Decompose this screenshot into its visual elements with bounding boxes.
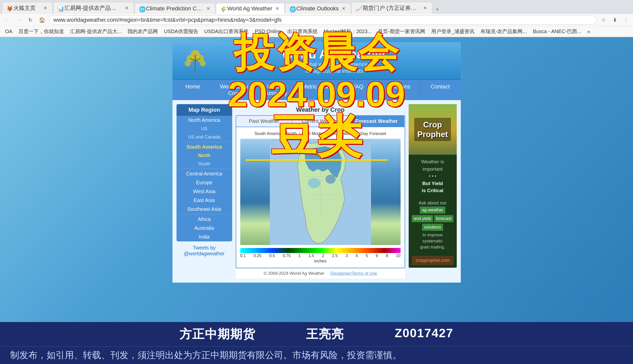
browser-chrome: 🦊 火狐主页 ✕ 📊 汇易网-提供农产品大宗同料科... ✕ 🌐 Climate… bbox=[0, 0, 633, 37]
legend-val-14: 10 bbox=[396, 254, 401, 258]
cp-ask-intro: Ask about our bbox=[412, 200, 454, 206]
nav-metric-units[interactable]: Metric Units bbox=[296, 80, 337, 100]
tab-current-weather[interactable]: Current Weather bbox=[292, 116, 348, 127]
bookmark-usda-report[interactable]: USDA供需报告 bbox=[161, 27, 201, 36]
site-subtitle-1: Global weather intelligence bbox=[215, 61, 453, 68]
page-footer: © 2009-2024 World Ag Weather Disclaimer/… bbox=[236, 268, 405, 279]
region-australia[interactable]: Australia bbox=[177, 224, 232, 233]
crop-prophet-tagline: Weather is important • • • But Yield is … bbox=[409, 155, 457, 198]
tab-label-3: Climate Prediction Center bbox=[146, 5, 203, 12]
tab-futures[interactable]: 📈 期货门户 (方正证券股份有限公... ✕ bbox=[351, 2, 432, 14]
bookmark-baidu[interactable]: 百度一下，你就知道 bbox=[16, 27, 67, 36]
site-title-block: World Ag Weather Global weather intellig… bbox=[215, 47, 453, 74]
page-container: World Ag Weather Global weather intellig… bbox=[172, 42, 461, 283]
tab-past-weather[interactable]: Past Weather bbox=[236, 116, 292, 127]
footer-disclaimer[interactable]: Disclaimer/Terms of Use bbox=[331, 271, 377, 276]
reload-button[interactable]: ↻ bbox=[26, 15, 35, 25]
region-south-america[interactable]: South America bbox=[177, 143, 232, 151]
bookmark-more[interactable]: » bbox=[585, 28, 593, 35]
tab-close-5[interactable]: ✕ bbox=[341, 5, 346, 12]
nav-contact[interactable]: Contact bbox=[420, 80, 461, 100]
bookmark-psd[interactable]: PSD Online bbox=[252, 28, 284, 35]
nav-global-summary[interactable]: Global Summary bbox=[255, 80, 296, 100]
tab-worldag[interactable]: 🌾 World Ag Weather ✕ bbox=[216, 3, 285, 14]
legend-val-6: 1.5 bbox=[309, 254, 314, 258]
settings-button[interactable]: ⋮ bbox=[621, 15, 630, 25]
bookmark-agproduct[interactable]: 我的农产品网 bbox=[125, 27, 160, 36]
home-button[interactable]: 🏠 bbox=[37, 15, 47, 25]
bookmark-futures-home[interactable]: 首页-期货一家资讯网 bbox=[375, 27, 428, 36]
region-north-america[interactable]: North America bbox=[177, 116, 232, 125]
region-separator-2 bbox=[179, 169, 230, 169]
forward-button[interactable]: → bbox=[14, 15, 23, 25]
region-east-asia[interactable]: East Asia bbox=[177, 196, 232, 205]
download-button[interactable]: ⬇ bbox=[610, 15, 619, 25]
region-separator-3 bbox=[179, 214, 230, 214]
region-sa-north[interactable]: North bbox=[177, 151, 232, 160]
region-india[interactable]: India bbox=[177, 233, 232, 241]
bookmarks-bar: OA 百度一下，你就知道 汇易网-提供农产品大... 我的农产品网 USDA供需… bbox=[0, 26, 633, 37]
nav-home[interactable]: Home bbox=[172, 80, 214, 100]
legend-val-4: 0.75 bbox=[283, 254, 291, 258]
bottom-company: 方正中期期货 bbox=[180, 326, 255, 342]
tweets-link[interactable]: Tweets by @worldagweather bbox=[184, 245, 225, 256]
weather-tabs: Past Weather Current Weather Forecast We… bbox=[236, 116, 405, 127]
region-southeast-asia[interactable]: Southeast Asia bbox=[177, 205, 232, 214]
bookmark-mysteel[interactable]: Mysteel解析：2023... bbox=[321, 27, 374, 36]
nav-solutions[interactable]: Solutions bbox=[379, 80, 420, 100]
region-west-asia[interactable]: West Asia bbox=[177, 187, 232, 196]
legend-unit: inches bbox=[240, 259, 401, 264]
cp-highlight-1: ag weather bbox=[420, 207, 445, 214]
map-region-panel: Map Region North America US US and Canad… bbox=[177, 104, 232, 241]
bookmark-star[interactable]: ☆ bbox=[599, 15, 608, 25]
tab-outlooks[interactable]: 🌐 Climate Outlooks ✕ bbox=[285, 3, 351, 14]
legend-val-1: 0.1 bbox=[240, 254, 246, 258]
cp-logo-line2: Prophet bbox=[417, 129, 448, 139]
crop-prophet-logo: Crop Prophet bbox=[414, 118, 451, 141]
map-controls: South America - North | GFS Model | Prec… bbox=[254, 131, 386, 136]
tab-close-3[interactable]: ✕ bbox=[205, 5, 211, 12]
tab-homepage[interactable]: 🦊 火狐主页 ✕ bbox=[2, 2, 53, 14]
cp-highlight-4: solutions bbox=[422, 224, 443, 231]
tab-close-4[interactable]: ✕ bbox=[274, 5, 280, 12]
legend-val-12: 6 bbox=[376, 254, 378, 258]
region-africa[interactable]: Africa bbox=[177, 215, 232, 224]
back-button[interactable]: ← bbox=[3, 15, 12, 25]
bottom-person: 王亮亮 bbox=[306, 326, 344, 342]
bookmark-user-login[interactable]: 用户登录_浦盛资讯 bbox=[429, 27, 477, 36]
region-sa-south[interactable]: South bbox=[177, 160, 232, 168]
cp-tagline-3: But Yield bbox=[412, 180, 454, 187]
bookmark-export[interactable]: 出口查询系统 bbox=[285, 27, 320, 36]
tab-cpc[interactable]: 🌐 Climate Prediction Center ✕ bbox=[135, 3, 215, 14]
bookmark-anec[interactable]: Busca - ANEC-巴西... bbox=[530, 27, 584, 36]
tab-label-6: 期货门户 (方正证券股份有限公... bbox=[363, 4, 420, 12]
region-us[interactable]: US bbox=[177, 125, 232, 133]
region-europe[interactable]: Europe bbox=[177, 178, 232, 187]
cp-highlight-3: forecast bbox=[434, 215, 453, 222]
tab-forecast-weather[interactable]: Forecast Weather bbox=[348, 116, 404, 127]
address-bar[interactable]: www.worldagweather.com/#region=br&time=f… bbox=[49, 15, 597, 25]
bookmark-breedge[interactable]: 布瑞克-农产品集网... bbox=[478, 27, 529, 36]
nav-faq[interactable]: FAQ bbox=[337, 80, 379, 100]
tab-huiyi[interactable]: 📊 汇易网-提供农产品大宗同料科... ✕ bbox=[53, 2, 134, 14]
bookmark-usda-export[interactable]: USDA出口查询系统 bbox=[202, 27, 251, 36]
cp-more-2: systematic bbox=[412, 239, 454, 244]
bottom-license: Z0017427 bbox=[395, 326, 453, 342]
tab-favicon-5: 🌐 bbox=[289, 6, 294, 11]
map-type-label: | Precipitation bbox=[326, 131, 352, 136]
nav-weather-by-crop[interactable]: Weather by Crop bbox=[214, 80, 255, 100]
bookmark-huiyi[interactable]: 汇易网-提供农产品大... bbox=[68, 27, 124, 36]
tab-close-6[interactable]: ✕ bbox=[422, 5, 428, 11]
tab-close-1[interactable]: ✕ bbox=[42, 5, 48, 11]
region-separator-1 bbox=[179, 142, 230, 142]
site-header: World Ag Weather Global weather intellig… bbox=[172, 42, 461, 79]
svg-point-3 bbox=[185, 60, 191, 66]
tab-bar: 🦊 火狐主页 ✕ 📊 汇易网-提供农产品大宗同料科... ✕ 🌐 Climate… bbox=[0, 0, 633, 14]
crop-prophet-image[interactable]: Crop Prophet bbox=[409, 104, 457, 155]
region-central-america[interactable]: Central America bbox=[177, 169, 232, 178]
crop-prophet-link[interactable]: cropprophet.com bbox=[412, 256, 454, 265]
tab-close-2[interactable]: ✕ bbox=[124, 5, 130, 11]
new-tab-button[interactable]: + bbox=[433, 5, 442, 14]
bookmark-oa[interactable]: OA bbox=[3, 28, 15, 35]
region-us-canada[interactable]: US and Canada bbox=[177, 133, 232, 141]
